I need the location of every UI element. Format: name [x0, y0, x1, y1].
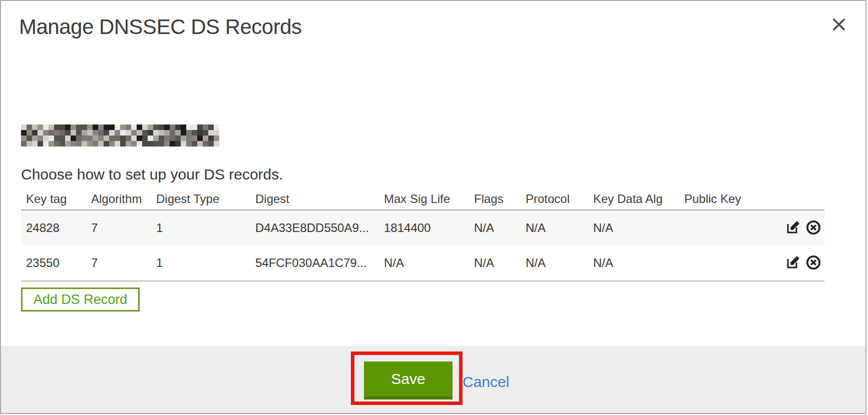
save-button[interactable]: Save — [364, 362, 453, 400]
cell-algorithm: 7 — [86, 246, 151, 281]
col-header-digest-type: Digest Type — [151, 188, 250, 210]
cell-protocol: N/A — [521, 246, 588, 281]
cell-actions — [784, 246, 824, 281]
delete-record-icon — [805, 230, 821, 237]
col-header-public-key: Public Key — [679, 188, 784, 210]
col-header-digest: Digest — [250, 188, 379, 210]
cancel-link[interactable]: Cancel — [463, 374, 509, 390]
col-header-algorithm: Algorithm — [86, 188, 151, 210]
dnssec-ds-records-dialog: Manage DNSSEC DS Records Choose how to s… — [0, 0, 866, 414]
ds-records-table: Key tag Algorithm Digest Type Digest Max… — [21, 188, 824, 282]
delete-record-button[interactable] — [805, 220, 821, 237]
page-title: Manage DNSSEC DS Records — [19, 15, 302, 39]
cell-algorithm: 7 — [86, 210, 151, 246]
redacted-domain-name — [21, 124, 219, 146]
add-ds-record-button[interactable]: Add DS Record — [21, 288, 140, 312]
delete-record-button[interactable] — [805, 254, 821, 272]
cell-flags: N/A — [469, 210, 521, 246]
table-header-row: Key tag Algorithm Digest Type Digest Max… — [21, 188, 824, 210]
edit-record-button[interactable] — [785, 254, 801, 272]
delete-record-icon — [805, 264, 821, 272]
cell-actions — [784, 210, 824, 246]
table-row: 24828 7 1 D4A33E8DD550A9... 1814400 N/A … — [21, 210, 824, 246]
cell-public-key — [679, 210, 784, 246]
table-row: 23550 7 1 54FCF030AA1C79... N/A N/A N/A … — [21, 246, 824, 281]
cell-digest: D4A33E8DD550A9... — [250, 210, 379, 246]
edit-record-icon — [785, 264, 801, 272]
instruction-text: Choose how to set up your DS records. — [21, 166, 283, 183]
cell-max-sig-life: 1814400 — [379, 210, 469, 246]
cell-max-sig-life: N/A — [379, 246, 469, 281]
close-icon — [832, 18, 845, 32]
cell-digest-type: 1 — [151, 210, 250, 246]
col-header-max-sig-life: Max Sig Life — [379, 188, 469, 210]
cell-public-key — [679, 246, 784, 281]
col-header-key-tag: Key tag — [21, 188, 86, 210]
edit-record-icon — [785, 229, 801, 236]
edit-record-button[interactable] — [785, 220, 801, 236]
cell-key-tag: 24828 — [21, 210, 86, 246]
col-header-key-data-alg: Key Data Alg — [588, 188, 679, 210]
cell-key-tag: 23550 — [21, 246, 86, 281]
cell-digest: 54FCF030AA1C79... — [250, 246, 379, 281]
col-header-actions — [784, 188, 824, 210]
col-header-flags: Flags — [469, 188, 521, 210]
cell-protocol: N/A — [521, 210, 588, 246]
cell-flags: N/A — [469, 246, 521, 281]
cell-digest-type: 1 — [151, 246, 250, 281]
col-header-protocol: Protocol — [521, 188, 588, 210]
cell-key-data-alg: N/A — [588, 210, 679, 246]
close-button[interactable] — [828, 14, 850, 36]
cell-key-data-alg: N/A — [588, 246, 679, 281]
